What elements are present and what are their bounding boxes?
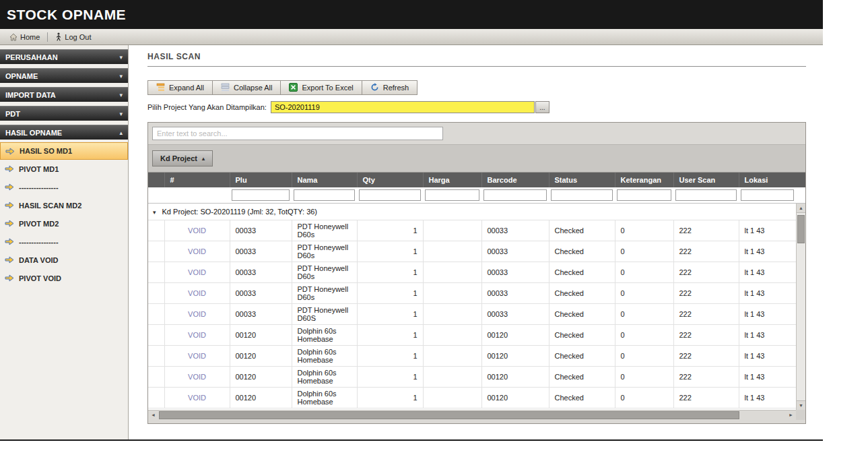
filter-input-status[interactable] (551, 189, 613, 201)
grid-filter-row-wrap (148, 187, 805, 204)
vertical-scroll-thumb[interactable] (797, 215, 805, 243)
row-cell-keterangan: 0 (615, 388, 673, 408)
column-header-hash[interactable]: # (164, 173, 230, 187)
grid-data-row: VOID00033PDT Honeywell D60s100033Checked… (148, 262, 796, 283)
sidebar-item-hasil-scan-md2[interactable]: HASIL SCAN MD2 (0, 196, 128, 214)
void-link[interactable]: VOID (170, 352, 224, 360)
sidebar-group-import-data[interactable]: IMPORT DATA ▾ (0, 87, 128, 102)
void-link[interactable]: VOID (170, 331, 224, 339)
void-link[interactable]: VOID (170, 373, 224, 381)
column-header-harga[interactable]: Harga (423, 173, 481, 187)
void-link[interactable]: VOID (170, 394, 224, 402)
logout-link[interactable]: Log Out (53, 32, 94, 41)
row-cell-harga (423, 283, 481, 304)
search-input[interactable] (152, 127, 443, 140)
sidebar-item-label: ---------------- (19, 183, 59, 191)
project-input[interactable] (271, 101, 535, 113)
scroll-left-icon[interactable]: ◄ (148, 410, 158, 420)
grid-data-row: VOID00033PDT Honeywell D60s100033Checked… (148, 241, 796, 262)
filter-cell-qty (357, 187, 423, 203)
project-browse-button[interactable]: ... (535, 101, 549, 113)
group-by-kd-project-button[interactable]: Kd Project ▴ (152, 150, 213, 166)
vertical-scrollbar[interactable]: ▲ ▼ (796, 204, 805, 410)
home-link[interactable]: Home (7, 33, 42, 41)
refresh-button[interactable]: Refresh (362, 80, 418, 95)
column-header-nama[interactable]: Nama (292, 173, 357, 187)
row-cell-cmd: VOID (164, 220, 230, 241)
sidebar-group-pdt[interactable]: PDT ▾ (0, 106, 128, 121)
filter-cell-barcode (481, 187, 549, 203)
scroll-down-icon[interactable]: ▼ (797, 400, 805, 410)
row-cell-user_scan: 222 (673, 346, 739, 367)
row-cell-user_scan: 222 (673, 241, 739, 262)
sidebar-item-pivot-void[interactable]: PIVOT VOID (0, 269, 128, 287)
chevron-down-icon: ▾ (119, 54, 123, 61)
nav-arrow-icon (5, 165, 14, 173)
sidebar-item-data-void[interactable]: DATA VOID (0, 251, 128, 269)
export-to-excel-button[interactable]: Export To Excel (280, 80, 362, 95)
row-cell-plu: 00120 (230, 388, 292, 408)
filter-input-qty[interactable] (359, 189, 421, 201)
sidebar-item-separator-1[interactable]: ---------------- (0, 178, 128, 196)
sidebar-items: HASIL SO MD1 PIVOT MD1 ---------------- … (0, 141, 128, 287)
sidebar-group-perusahaan[interactable]: PERUSAHAAN ▾ (0, 49, 128, 64)
row-cell-status: Checked (549, 220, 615, 241)
row-cell-plu: 00120 (230, 367, 292, 388)
sidebar-item-pivot-md1[interactable]: PIVOT MD1 (0, 160, 128, 178)
void-link[interactable]: VOID (170, 310, 224, 318)
refresh-label: Refresh (383, 84, 409, 92)
grid-data-row: VOID00033PDT Honeywell D60s100033Checked… (148, 283, 796, 304)
filter-cell-lokasi (739, 187, 796, 203)
sidebar-item-pivot-md2[interactable]: PIVOT MD2 (0, 214, 128, 233)
column-header-lokasi[interactable]: Lokasi (739, 173, 796, 187)
sidebar-item-hasil-so-md1[interactable]: HASIL SO MD1 (0, 142, 128, 160)
row-cell-barcode: 00120 (481, 388, 549, 408)
column-header-qty[interactable]: Qty (357, 173, 423, 187)
project-picker-row: Pilih Project Yang Akan Ditampilkan: ... (147, 101, 823, 113)
scroll-up-icon[interactable]: ▲ (797, 204, 805, 213)
scroll-right-icon[interactable]: ► (786, 410, 796, 420)
logout-person-icon (55, 32, 62, 41)
collapse-all-label: Collapse All (234, 84, 272, 92)
void-link[interactable]: VOID (170, 226, 224, 235)
sidebar-group-hasil-opname[interactable]: HASIL OPNAME ▴ (0, 125, 128, 140)
column-header-status[interactable]: Status (549, 173, 615, 187)
filter-gutter-cell (148, 187, 164, 203)
filter-input-barcode[interactable] (483, 189, 547, 201)
toolbar-separator (47, 32, 48, 42)
filter-input-user-scan[interactable] (675, 189, 737, 201)
column-header-user-scan[interactable]: User Scan (673, 173, 739, 187)
sidebar-group-opname[interactable]: OPNAME ▾ (0, 68, 128, 83)
filter-input-lokasi[interactable] (741, 189, 794, 201)
app-title: STOCK OPNAME (7, 7, 126, 23)
void-link[interactable]: VOID (170, 247, 224, 255)
row-cell-lokasi: lt 1 43 (739, 220, 796, 241)
horizontal-scrollbar[interactable]: ◄ ► (148, 410, 796, 420)
column-header-barcode[interactable]: Barcode (481, 173, 549, 187)
group-collapse-icon[interactable]: ▾ (153, 209, 156, 216)
filter-input-keterangan[interactable] (617, 189, 671, 201)
chevron-down-icon: ▾ (119, 73, 123, 80)
row-cell-user_scan: 222 (673, 304, 739, 325)
void-link[interactable]: VOID (170, 289, 224, 297)
group-row[interactable]: ▾Kd Project: SO-20201119 (Jml: 32, TotQT… (148, 204, 796, 220)
void-link[interactable]: VOID (170, 268, 224, 276)
nav-arrow-icon (5, 256, 14, 264)
column-header-plu[interactable]: Plu (230, 173, 292, 187)
horizontal-scroll-thumb[interactable] (159, 411, 739, 419)
row-cell-cmd: VOID (164, 304, 230, 325)
row-cell-plu: 00033 (230, 262, 292, 283)
row-cell-nama: PDT Honeywell D60s (292, 241, 357, 262)
sort-ascending-icon: ▴ (202, 156, 205, 162)
column-header-keterangan[interactable]: Keterangan (615, 173, 673, 187)
filter-input-plu[interactable] (232, 189, 290, 201)
filter-input-harga[interactable] (425, 189, 479, 201)
row-gutter-cell (148, 325, 164, 346)
filter-input-nama[interactable] (294, 189, 355, 201)
expand-all-button[interactable]: Expand All (147, 80, 213, 95)
sidebar-item-separator-2[interactable]: ---------------- (0, 233, 128, 251)
row-gutter-cell (148, 283, 164, 304)
collapse-all-button[interactable]: Collapse All (212, 80, 281, 95)
hasil-scan-grid: Kd Project ▴ #PluNamaQtyHargaBarcodeStat… (147, 122, 806, 424)
grid-header: #PluNamaQtyHargaBarcodeStatusKeteranganU… (148, 173, 805, 187)
